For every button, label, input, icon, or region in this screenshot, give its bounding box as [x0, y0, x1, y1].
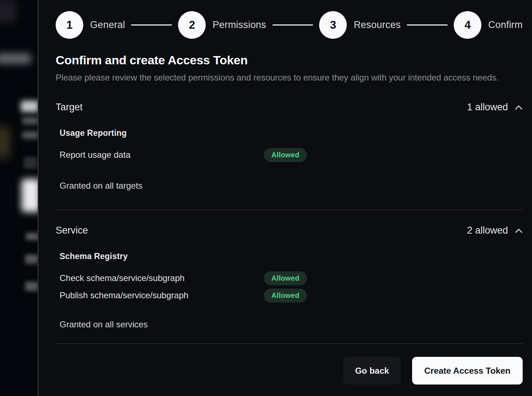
section-title-service: Service	[56, 225, 88, 236]
blurred-sidebar-heading	[21, 101, 38, 112]
permission-label: Publish schema/service/subgraph	[60, 290, 264, 300]
blurred-app-backdrop	[0, 0, 38, 396]
step-connector-line	[272, 24, 313, 26]
schema-registry-group: Schema Registry Check schema/service/sub…	[60, 252, 523, 304]
status-badge: Allowed	[264, 289, 307, 303]
step-number-circle: 2	[178, 11, 206, 39]
blurred-list-item	[25, 282, 38, 291]
step-connector-line	[407, 24, 448, 26]
target-section-toggle[interactable]: 1 allowed	[467, 102, 523, 113]
blurred-list-item	[26, 233, 38, 240]
permission-row: Report usage data Allowed	[60, 146, 523, 164]
blurred-white-panel	[22, 179, 38, 212]
permission-row: Check schema/service/subgraph Allowed	[60, 270, 523, 287]
wizard-stepper: 1 General 2 Permissions 3 Resources 4 Co…	[56, 11, 523, 39]
blurred-accent-shape	[0, 126, 10, 158]
blurred-nav-text	[0, 53, 31, 64]
section-title-target: Target	[56, 102, 83, 113]
step-number-circle: 4	[454, 11, 481, 39]
blurred-sidebar-text	[22, 117, 38, 124]
service-allowed-count: 2 allowed	[467, 225, 508, 236]
step-resources[interactable]: 3 Resources	[319, 11, 401, 39]
target-allowed-count: 1 allowed	[467, 102, 508, 113]
step-label: Resources	[354, 19, 401, 31]
permission-row: Publish schema/service/subgraph Allowed	[60, 287, 523, 304]
granted-note-targets: Granted on all targets	[60, 181, 523, 191]
usage-reporting-group: Usage Reporting Report usage data Allowe…	[60, 128, 523, 164]
permission-label: Report usage data	[60, 150, 264, 160]
step-permissions[interactable]: 2 Permissions	[178, 11, 266, 39]
create-access-token-modal: 1 General 2 Permissions 3 Resources 4 Co…	[38, 0, 532, 396]
service-section-toggle[interactable]: 2 allowed	[467, 225, 523, 236]
page-description: Please please review the selected permis…	[56, 70, 501, 85]
permission-label: Check schema/service/subgraph	[60, 273, 264, 283]
target-section-header: Target 1 allowed	[56, 102, 523, 113]
create-access-token-button[interactable]: Create Access Token	[412, 357, 523, 385]
step-number-circle: 1	[56, 11, 83, 39]
group-name: Usage Reporting	[60, 128, 523, 138]
step-connector-line	[131, 24, 172, 26]
step-general[interactable]: 1 General	[56, 11, 125, 39]
go-back-button[interactable]: Go back	[343, 357, 401, 385]
page-title: Confirm and create Access Token	[56, 53, 523, 67]
group-name: Schema Registry	[60, 252, 523, 261]
blurred-sidebar-text	[22, 132, 38, 139]
status-badge: Allowed	[264, 148, 307, 162]
blurred-list-item	[25, 254, 38, 264]
chevron-up-icon	[515, 228, 523, 233]
blurred-app-logo	[0, 0, 17, 23]
blurred-icon-box	[24, 157, 37, 169]
step-label: Permissions	[213, 19, 266, 31]
section-divider	[56, 209, 523, 210]
status-badge: Allowed	[264, 271, 307, 285]
step-confirm[interactable]: 4 Confirm	[454, 11, 523, 39]
service-section-header: Service 2 allowed	[56, 225, 523, 236]
footer-divider	[56, 343, 523, 344]
modal-footer: Go back Create Access Token	[56, 357, 523, 385]
step-label: General	[90, 19, 125, 31]
granted-note-services: Granted on all services	[60, 319, 523, 330]
step-number-circle: 3	[319, 11, 347, 39]
step-label: Confirm	[488, 19, 523, 31]
chevron-up-icon	[515, 105, 523, 110]
